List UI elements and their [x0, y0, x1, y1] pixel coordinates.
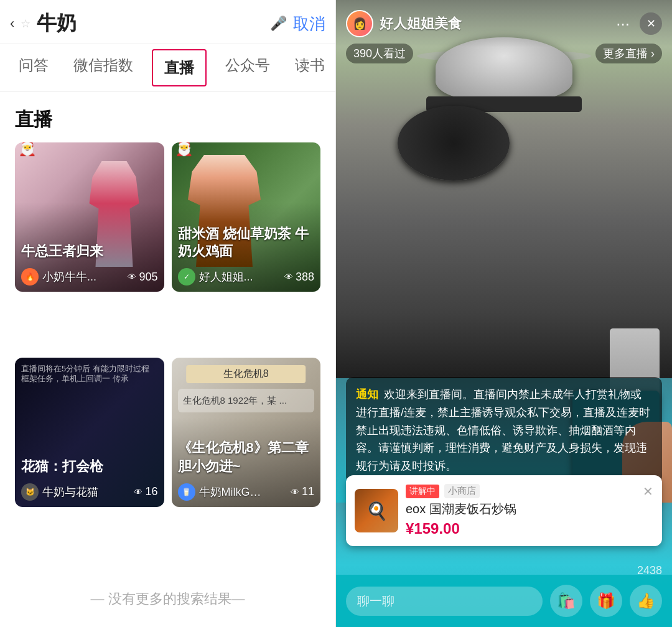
stream-more-button[interactable]: ··· — [616, 14, 630, 34]
live-card-2[interactable]: 🎅 甜米酒 烧仙草奶茶 牛奶火鸡面 ✓ 好人姐姐... 👁 388 — [172, 142, 321, 292]
author-2-name: 好人姐姐... — [199, 269, 253, 284]
card-4-title: 《生化危机8》第二章 胆小勿进~ — [178, 439, 315, 476]
card-4-label: 生化危机8 — [186, 365, 306, 383]
chat-input[interactable]: 聊一聊 — [346, 587, 543, 616]
live-card-3[interactable]: 直播间将在5分钟后 有能力限时过程框架任务，单机上回调一 传承 花猫：打会枪 🐱… — [15, 358, 164, 507]
author-3-avatar: 🐱 — [21, 483, 39, 501]
tab-qa[interactable]: 问答 — [6, 44, 61, 91]
search-query-text: 牛奶 — [37, 10, 264, 37]
product-name: eox 国潮麦饭石炒锅 — [406, 501, 635, 518]
notice-content: 欢迎来到直播间。直播间内禁止未成年人打赏礼物或进行直播/连麦，禁止主播诱导观众私… — [356, 388, 650, 472]
card-2-footer: ✓ 好人姐姐... 👁 388 — [178, 268, 315, 286]
card-4-footer: 🥛 牛奶MilkGod 👁 11 — [178, 483, 315, 501]
tab-index[interactable]: 微信指数 — [61, 44, 146, 91]
card-4-viewers: 👁 11 — [291, 485, 314, 498]
notice-box: 通知 欢迎来到直播间。直播间内禁止未成年人打赏礼物或进行直播/连麦，禁止主播诱导… — [346, 377, 662, 484]
stream-close-button[interactable]: ✕ — [640, 12, 662, 35]
product-close-button[interactable]: ✕ — [643, 484, 653, 499]
author-1-avatar: 🔥 — [21, 268, 39, 286]
author-1-name: 小奶牛牛... — [42, 269, 96, 284]
author-4-name: 牛奶MilkGod — [199, 485, 261, 499]
streamer-info: 好人姐姐美食 — [380, 14, 616, 33]
notice-label: 通知 — [356, 388, 378, 401]
tab-book[interactable]: 读书 — [282, 44, 337, 91]
like-button[interactable]: 👍 — [630, 585, 662, 617]
notice-text: 通知 欢迎来到直播间。直播间内禁止未成年人打赏礼物或进行直播/连麦，禁止主播诱导… — [356, 386, 652, 475]
mic-button[interactable]: 🎤 — [270, 16, 287, 32]
card-1-footer: 🔥 小奶牛牛... 👁 905 — [21, 268, 158, 286]
card-2-title: 甜米酒 烧仙草奶茶 牛奶火鸡面 — [178, 225, 315, 261]
live-card-1[interactable]: 🎅 牛总王者归来 🔥 小奶牛牛... 👁 905 — [15, 142, 164, 292]
card-3-title: 花猫：打会枪 — [21, 457, 158, 476]
card-1-author: 🔥 小奶牛牛... — [21, 268, 96, 286]
no-more-results: 没有更多的搜索结果 — [0, 571, 335, 627]
card-3-count: 16 — [145, 485, 157, 498]
product-card[interactable]: 🍳 讲解中 小商店 eox 国潮麦饭石炒锅 ¥159.00 ✕ — [346, 475, 662, 546]
card-2-count: 388 — [296, 271, 314, 284]
shop-tag: 小商店 — [444, 484, 480, 498]
section-title: 直播 — [0, 92, 335, 142]
product-thumbnail: 🍳 — [355, 489, 398, 532]
back-button[interactable]: ‹ — [10, 16, 14, 32]
viewers-4-icon: 👁 — [291, 487, 299, 497]
viewers-3-icon: 👁 — [134, 487, 142, 497]
viewers-icon: 👁 — [128, 272, 136, 282]
streamer-avatar: 👩 — [346, 10, 373, 37]
card-4-author: 🥛 牛奶MilkGod — [178, 483, 261, 501]
card-3-author: 🐱 牛奶与花猫 — [21, 483, 98, 501]
author-4-avatar: 🥛 — [178, 483, 195, 501]
product-info: 讲解中 小商店 eox 国潮麦饭石炒锅 ¥159.00 — [406, 484, 635, 537]
card-3-small-text: 直播间将在5分钟后 有能力限时过程框架任务，单机上回调一 传承 — [21, 364, 156, 385]
streamer-name: 好人姐姐美食 — [380, 14, 616, 33]
stream-bottom-bar: 聊一聊 🛍️ 🎁 👍 — [336, 575, 672, 627]
card-1-title: 牛总王者归来 — [21, 243, 158, 261]
search-tabs: 问答 微信指数 直播 公众号 读书 — [0, 44, 335, 92]
right-panel: 👩 好人姐姐美食 ··· ✕ 390人看过 更多直播 › 通知 欢迎来到直播间。… — [336, 0, 672, 627]
card-2-viewers: 👁 388 — [284, 271, 314, 284]
viewers-2-icon: 👁 — [284, 272, 293, 282]
card-3-viewers: 👁 16 — [134, 485, 157, 498]
card-2-author: ✓ 好人姐姐... — [178, 268, 253, 286]
star-icon: ☆ — [21, 17, 30, 30]
more-live-button[interactable]: 更多直播 › — [595, 44, 662, 63]
stream-header: 👩 好人姐姐美食 ··· ✕ — [336, 0, 672, 47]
viewers-bar: 390人看过 更多直播 › — [336, 44, 672, 63]
viewers-count: 390人看过 — [346, 44, 413, 63]
santa-hat-2-icon: 🎅 — [175, 142, 194, 157]
card-3-footer: 🐱 牛奶与花猫 👁 16 — [21, 483, 158, 501]
gift-button[interactable]: 🎁 — [590, 585, 622, 617]
live-grid: 🎅 牛总王者归来 🔥 小奶牛牛... 👁 905 🎅 甜米酒 烧仙草奶茶 牛奶火… — [0, 142, 335, 565]
cancel-button[interactable]: 取消 — [293, 13, 325, 35]
tab-live[interactable]: 直播 — [152, 49, 207, 86]
card-1-viewers: 👁 905 — [128, 271, 157, 284]
card-4-count: 11 — [302, 485, 314, 498]
left-panel: ‹ ☆ 牛奶 🎤 取消 问答 微信指数 直播 公众号 读书 直播 🎅 牛总王者归… — [0, 0, 336, 627]
author-3-name: 牛奶与花猫 — [42, 485, 98, 499]
live-badge: 讲解中 — [406, 485, 439, 498]
tab-official[interactable]: 公众号 — [213, 44, 282, 91]
shop-button[interactable]: 🛍️ — [550, 585, 582, 617]
card-4-inner-text: 生化危机8 1922年，某 ... — [178, 389, 315, 413]
card-1-count: 905 — [139, 271, 157, 284]
author-2-avatar: ✓ — [178, 268, 195, 286]
santa-hat-icon: 🎅 — [18, 142, 37, 157]
product-tag: 讲解中 小商店 — [406, 484, 635, 498]
search-bar: ‹ ☆ 牛奶 🎤 取消 — [0, 0, 335, 44]
product-price: ¥159.00 — [406, 520, 635, 537]
live-card-4[interactable]: 生化危机8 生化危机8 1922年，某 ... 《生化危机8》第二章 胆小勿进~… — [172, 358, 321, 507]
